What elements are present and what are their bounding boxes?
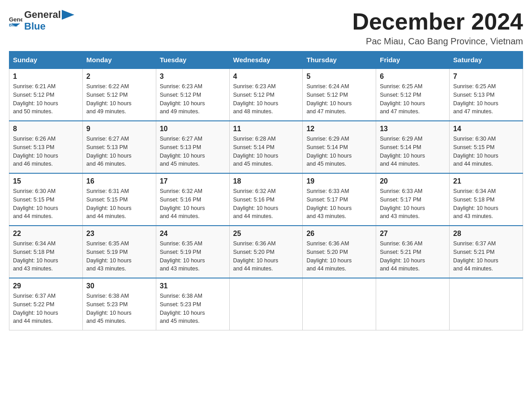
calendar-cell: [450, 278, 523, 330]
calendar-week-3: 15Sunrise: 6:30 AMSunset: 5:15 PMDayligh…: [9, 173, 523, 226]
calendar-cell: 17Sunrise: 6:32 AMSunset: 5:16 PMDayligh…: [156, 173, 229, 226]
calendar-cell: 19Sunrise: 6:33 AMSunset: 5:17 PMDayligh…: [303, 173, 376, 226]
logo-triangle-icon: [62, 10, 74, 20]
header-sunday: Sunday: [9, 51, 83, 69]
calendar-week-5: 29Sunrise: 6:37 AMSunset: 5:22 PMDayligh…: [9, 278, 523, 330]
day-info: Sunrise: 6:33 AMSunset: 5:17 PMDaylight:…: [380, 187, 446, 221]
calendar-cell: 11Sunrise: 6:28 AMSunset: 5:14 PMDayligh…: [229, 121, 303, 173]
day-number: 3: [160, 73, 226, 81]
day-info: Sunrise: 6:38 AMSunset: 5:23 PMDaylight:…: [86, 292, 152, 325]
day-info: Sunrise: 6:24 AMSunset: 5:12 PMDaylight:…: [306, 82, 372, 116]
day-number: 19: [306, 177, 372, 185]
calendar-week-1: 1Sunrise: 6:21 AMSunset: 5:12 PMDaylight…: [9, 68, 523, 121]
calendar-cell: 10Sunrise: 6:27 AMSunset: 5:13 PMDayligh…: [156, 121, 229, 173]
day-number: 11: [233, 125, 299, 133]
calendar-week-2: 8Sunrise: 6:26 AMSunset: 5:13 PMDaylight…: [9, 121, 523, 173]
day-number: 6: [380, 73, 446, 81]
day-info: Sunrise: 6:23 AMSunset: 5:12 PMDaylight:…: [233, 82, 299, 116]
calendar-cell: 24Sunrise: 6:35 AMSunset: 5:19 PMDayligh…: [156, 226, 229, 278]
calendar-cell: 21Sunrise: 6:34 AMSunset: 5:18 PMDayligh…: [450, 173, 523, 226]
calendar-cell: 6Sunrise: 6:25 AMSunset: 5:12 PMDaylight…: [376, 68, 450, 121]
day-info: Sunrise: 6:38 AMSunset: 5:23 PMDaylight:…: [160, 292, 226, 325]
header-saturday: Saturday: [450, 51, 523, 69]
day-number: 12: [306, 125, 372, 133]
day-number: 24: [160, 230, 226, 238]
calendar-cell: 8Sunrise: 6:26 AMSunset: 5:13 PMDaylight…: [9, 121, 83, 173]
day-info: Sunrise: 6:35 AMSunset: 5:19 PMDaylight:…: [160, 240, 226, 273]
calendar-cell: 3Sunrise: 6:23 AMSunset: 5:12 PMDaylight…: [156, 68, 229, 121]
header-tuesday: Tuesday: [156, 51, 229, 69]
calendar-cell: 5Sunrise: 6:24 AMSunset: 5:12 PMDaylight…: [303, 68, 376, 121]
calendar-header: Sunday Monday Tuesday Wednesday Thursday…: [9, 51, 523, 69]
day-info: Sunrise: 6:33 AMSunset: 5:17 PMDaylight:…: [306, 187, 372, 221]
day-info: Sunrise: 6:32 AMSunset: 5:16 PMDaylight:…: [160, 187, 226, 221]
day-number: 15: [13, 177, 79, 185]
day-info: Sunrise: 6:32 AMSunset: 5:16 PMDaylight:…: [233, 187, 299, 221]
calendar-cell: 30Sunrise: 6:38 AMSunset: 5:23 PMDayligh…: [82, 278, 156, 330]
logo-icon: General Blue: [9, 14, 22, 27]
calendar-cell: [303, 278, 376, 330]
calendar-cell: 7Sunrise: 6:25 AMSunset: 5:13 PMDaylight…: [450, 68, 523, 121]
day-info: Sunrise: 6:36 AMSunset: 5:20 PMDaylight:…: [306, 240, 372, 273]
day-info: Sunrise: 6:30 AMSunset: 5:15 PMDaylight:…: [453, 135, 519, 168]
calendar-cell: [376, 278, 450, 330]
calendar-cell: 9Sunrise: 6:27 AMSunset: 5:13 PMDaylight…: [82, 121, 156, 173]
calendar-cell: 29Sunrise: 6:37 AMSunset: 5:22 PMDayligh…: [9, 278, 83, 330]
header-thursday: Thursday: [303, 51, 376, 69]
day-info: Sunrise: 6:31 AMSunset: 5:15 PMDaylight:…: [86, 187, 152, 221]
day-info: Sunrise: 6:35 AMSunset: 5:19 PMDaylight:…: [86, 240, 152, 273]
day-info: Sunrise: 6:34 AMSunset: 5:18 PMDaylight:…: [13, 240, 79, 273]
logo: General Blue General Blue: [9, 9, 74, 32]
day-number: 23: [86, 230, 152, 238]
day-info: Sunrise: 6:26 AMSunset: 5:13 PMDaylight:…: [13, 135, 79, 168]
day-number: 1: [13, 73, 79, 81]
day-info: Sunrise: 6:29 AMSunset: 5:14 PMDaylight:…: [306, 135, 372, 168]
day-info: Sunrise: 6:37 AMSunset: 5:21 PMDaylight:…: [453, 240, 519, 273]
day-number: 21: [453, 177, 519, 185]
day-number: 2: [86, 73, 152, 81]
calendar-cell: 16Sunrise: 6:31 AMSunset: 5:15 PMDayligh…: [82, 173, 156, 226]
day-number: 31: [160, 282, 226, 290]
calendar-cell: 26Sunrise: 6:36 AMSunset: 5:20 PMDayligh…: [303, 226, 376, 278]
header-friday: Friday: [376, 51, 450, 69]
calendar-cell: 14Sunrise: 6:30 AMSunset: 5:15 PMDayligh…: [450, 121, 523, 173]
day-number: 7: [453, 73, 519, 81]
month-title: December 2024: [352, 9, 523, 34]
day-number: 20: [380, 177, 446, 185]
calendar-cell: 31Sunrise: 6:38 AMSunset: 5:23 PMDayligh…: [156, 278, 229, 330]
calendar-cell: 22Sunrise: 6:34 AMSunset: 5:18 PMDayligh…: [9, 226, 83, 278]
day-info: Sunrise: 6:25 AMSunset: 5:13 PMDaylight:…: [453, 82, 519, 116]
calendar-cell: 15Sunrise: 6:30 AMSunset: 5:15 PMDayligh…: [9, 173, 83, 226]
calendar-cell: 28Sunrise: 6:37 AMSunset: 5:21 PMDayligh…: [450, 226, 523, 278]
day-info: Sunrise: 6:30 AMSunset: 5:15 PMDaylight:…: [13, 187, 79, 221]
day-info: Sunrise: 6:28 AMSunset: 5:14 PMDaylight:…: [233, 135, 299, 168]
header-row: Sunday Monday Tuesday Wednesday Thursday…: [9, 51, 523, 69]
day-info: Sunrise: 6:27 AMSunset: 5:13 PMDaylight:…: [86, 135, 152, 168]
day-info: Sunrise: 6:36 AMSunset: 5:21 PMDaylight:…: [380, 240, 446, 273]
svg-marker-3: [62, 10, 74, 20]
day-number: 29: [13, 282, 79, 290]
day-number: 16: [86, 177, 152, 185]
day-info: Sunrise: 6:27 AMSunset: 5:13 PMDaylight:…: [160, 135, 226, 168]
calendar-cell: 2Sunrise: 6:22 AMSunset: 5:12 PMDaylight…: [82, 68, 156, 121]
day-number: 17: [160, 177, 226, 185]
day-number: 4: [233, 73, 299, 81]
svg-text:Blue: Blue: [9, 23, 18, 27]
day-info: Sunrise: 6:37 AMSunset: 5:22 PMDaylight:…: [13, 292, 79, 325]
day-info: Sunrise: 6:21 AMSunset: 5:12 PMDaylight:…: [13, 82, 79, 116]
day-number: 27: [380, 230, 446, 238]
day-number: 5: [306, 73, 372, 81]
day-number: 13: [380, 125, 446, 133]
day-number: 9: [86, 125, 152, 133]
day-info: Sunrise: 6:23 AMSunset: 5:12 PMDaylight:…: [160, 82, 226, 116]
calendar-cell: 1Sunrise: 6:21 AMSunset: 5:12 PMDaylight…: [9, 68, 83, 121]
header-monday: Monday: [82, 51, 156, 69]
calendar-cell: 12Sunrise: 6:29 AMSunset: 5:14 PMDayligh…: [303, 121, 376, 173]
logo-general-text: General: [24, 9, 61, 21]
title-block: December 2024 Pac Miau, Cao Bang Provinc…: [352, 9, 523, 47]
calendar-body: 1Sunrise: 6:21 AMSunset: 5:12 PMDaylight…: [9, 68, 523, 330]
header-wednesday: Wednesday: [229, 51, 303, 69]
day-info: Sunrise: 6:25 AMSunset: 5:12 PMDaylight:…: [380, 82, 446, 116]
day-number: 22: [13, 230, 79, 238]
calendar-cell: 20Sunrise: 6:33 AMSunset: 5:17 PMDayligh…: [376, 173, 450, 226]
